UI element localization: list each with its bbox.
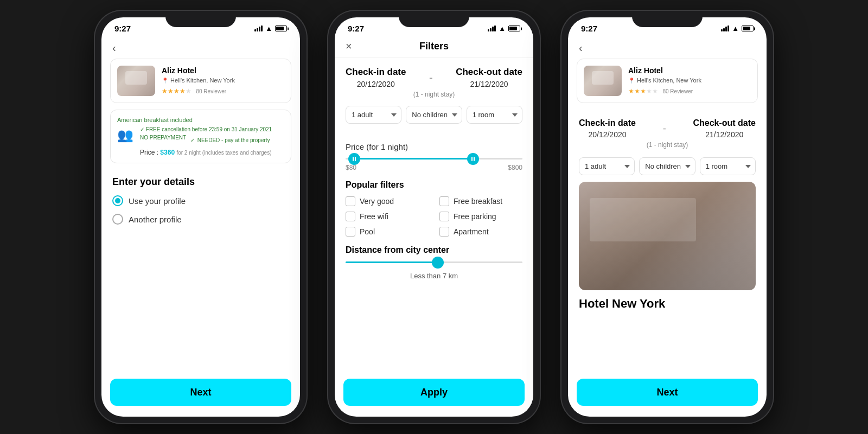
hotel-name-3: Aliz Hotel [628,66,751,75]
distance-section: Distance from city center Less than 7 km [335,245,533,289]
filter-very-good[interactable]: Very good [346,196,429,206]
breakfast-tag: American breakfast included [117,117,284,123]
checkout-label: Check-out date [456,67,522,78]
distance-title: Distance from city center [346,245,522,255]
status-time-1: 9:27 [114,24,131,33]
radio-another-profile[interactable]: Another profile [112,214,289,225]
hotel-thumbnail-3 [584,66,622,96]
screen-1: 9:27 ▲ ‹ [101,17,300,417]
booking-details-card: American breakfast included 👥 ✓ FREE can… [110,110,291,163]
battery-icon-1 [275,25,287,31]
screen-content-3: ‹ Aliz Hotel 📍 Hell's Kitchen, New York … [568,35,767,372]
rooms-select[interactable]: 1 room 2 rooms [467,106,522,124]
price-slider-fill [354,158,473,159]
signal-icon-2 [488,25,496,31]
price-range-labels: $80 $800 [346,164,522,171]
rooms-select-3[interactable]: 1 room 2 rooms [700,157,756,175]
phone-3: 9:27 ▲ ‹ [561,11,773,423]
status-icons-1: ▲ [254,24,287,33]
filter-label-pool: Pool [360,227,375,236]
adults-select-3[interactable]: 1 adult 2 adults [579,157,635,175]
hotel-info-3: Aliz Hotel 📍 Hell's Kitchen, New York ★★… [628,66,751,95]
filter-pool[interactable]: Pool [346,227,429,237]
apply-button[interactable]: Apply [343,379,525,406]
price-thumb-right[interactable] [467,153,479,165]
next-button-1[interactable]: Next [110,379,291,406]
status-time-2: 9:27 [348,24,364,33]
hotel-info-1: Aliz Hotel 📍 Hell's Kitchen, New York ★★… [162,66,284,95]
screen-3: 9:27 ▲ ‹ [568,17,767,417]
enter-details-title: Enter your details [112,176,289,188]
price-min: $80 [346,164,356,171]
hotel-location-1: 📍 Hell's Kitchen, New York [162,77,284,84]
distance-slider-track [346,261,522,263]
filter-apartment[interactable]: Apartment [439,227,522,237]
filters-title: Filters [419,41,449,52]
close-button[interactable]: × [346,40,352,53]
hotel-card-3: Aliz Hotel 📍 Hell's Kitchen, New York ★★… [577,59,758,103]
radio-circle-1[interactable] [112,195,123,206]
date-section: Check-in date 20/12/2020 - Check-out dat… [335,58,533,142]
checkout-col-3: Check-out date 21/12/2020 [693,118,756,139]
phone-2: 9:27 ▲ × Filters [328,11,540,423]
date-row: Check-in date 20/12/2020 - Check-out dat… [346,67,522,88]
filter-free-parking[interactable]: Free parking [439,212,522,221]
checkbox-very-good[interactable] [346,196,355,206]
price-row: Price : $360 for 2 night (includes taxes… [140,149,284,156]
needed-section: ✓ NEEDED - pay at the property [190,135,270,144]
screen-content-2: Check-in date 20/12/2020 - Check-out dat… [335,58,533,372]
checkbox-apartment[interactable] [439,227,449,237]
checkin-value: 20/12/2020 [346,80,406,88]
free-cancel-text: ✓ FREE cancellation before 23:59 on 31 J… [140,126,284,132]
checkbox-free-parking[interactable] [439,212,449,221]
big-hotel-section [568,182,767,290]
filter-free-wifi[interactable]: Free wifi [346,212,429,221]
screen-content-1: ‹ Aliz Hotel 📍 Hell's Kitchen, New York … [101,35,300,372]
hotel-location-3: 📍 Hell's Kitchen, New York [628,77,751,84]
no-prepay-section: NO PREPAYMENT [140,135,186,144]
adults-select[interactable]: 1 adult 2 adults [346,106,401,124]
people-icon: 👥 [117,127,133,143]
wifi-icon-1: ▲ [265,24,272,33]
filter-label-free-breakfast: Free breakfast [454,197,502,206]
enter-details-section: Enter your details Use your profile Anot… [101,172,300,241]
children-select-3[interactable]: No children 1 child [639,157,695,175]
status-icons-3: ▲ [721,24,754,33]
bottom-btn-area-1: Next [101,372,300,417]
children-select[interactable]: No children 1 child [406,106,462,124]
phone-1: 9:27 ▲ ‹ [95,11,307,423]
checkin-col-3: Check-in date 20/12/2020 [579,118,636,139]
filter-free-breakfast[interactable]: Free breakfast [439,196,522,206]
back-button-1[interactable]: ‹ [101,35,300,59]
night-stay: (1 - night stay) [346,91,522,98]
checkbox-free-wifi[interactable] [346,212,355,221]
checkin-label: Check-in date [346,67,406,78]
checkbox-free-breakfast[interactable] [439,196,449,206]
battery-icon-2 [508,25,520,31]
radio-use-profile[interactable]: Use your profile [112,195,289,206]
filter-label-apartment: Apartment [454,227,489,236]
hotel-name-big: Hotel New York [579,297,756,311]
checkin-section: Check-in date 20/12/2020 - Check-out dat… [568,110,767,182]
checkin-label-3: Check-in date [579,118,636,128]
radio-circle-2[interactable] [112,214,123,225]
big-hotel-image [579,182,756,290]
checkbox-pool[interactable] [346,227,355,237]
checkout-value: 21/12/2020 [456,80,522,88]
price-label: Price (for 1 night) [346,142,522,151]
location-icon-3: 📍 [628,78,635,84]
popular-filters-section: Popular filters Very good Free breakfast [335,180,533,245]
back-button-3[interactable]: ‹ [568,35,767,59]
status-icons-2: ▲ [488,24,520,33]
filters-grid: Very good Free breakfast Free wifi [346,196,522,237]
checkin-date-3: 20/12/2020 [579,130,636,139]
checkout-date-3: 21/12/2020 [693,130,756,139]
popular-filters-title: Popular filters [346,180,522,190]
price-thumb-left[interactable] [348,153,360,165]
next-button-3[interactable]: Next [577,379,758,406]
filter-label-very-good: Very good [360,197,394,206]
notch-1 [165,11,236,27]
distance-thumb[interactable] [432,257,444,269]
checkin-row: Check-in date 20/12/2020 - Check-out dat… [579,118,756,139]
distance-fill [346,261,438,263]
